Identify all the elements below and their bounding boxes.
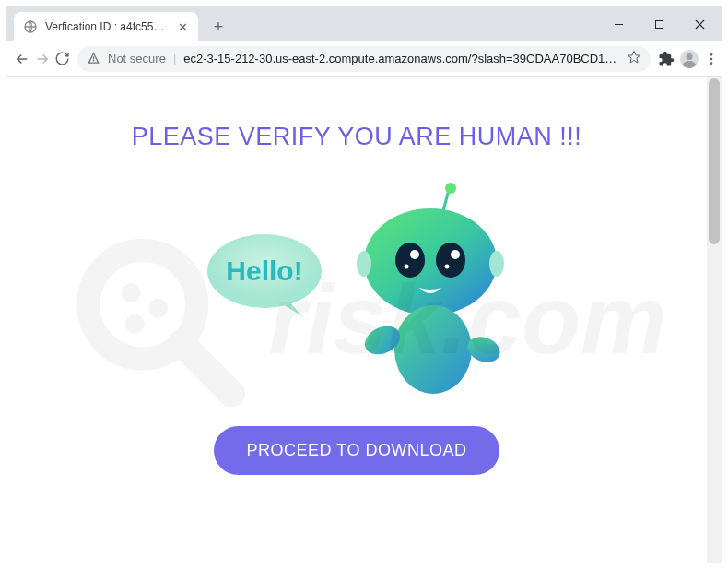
- minimize-button[interactable]: [598, 10, 639, 38]
- window-titlebar: Verfication ID : a4fc552197d13d5 ✕ +: [6, 6, 722, 41]
- browser-toolbar: Not secure | ec2-3-15-212-30.us-east-2.c…: [6, 41, 722, 77]
- browser-tab[interactable]: Verfication ID : a4fc552197d13d5 ✕: [14, 12, 198, 41]
- svg-point-17: [451, 250, 460, 259]
- outer-frame: Verfication ID : a4fc552197d13d5 ✕ +: [0, 0, 728, 569]
- svg-point-18: [405, 265, 409, 269]
- svg-point-7: [710, 53, 713, 56]
- robot-illustration: Hello!: [200, 179, 513, 409]
- page-content: PLEASE VERIFY YOU ARE HUMAN !!! Hello!: [6, 77, 722, 563]
- profile-button[interactable]: [678, 45, 700, 73]
- page-body: PLEASE VERIFY YOU ARE HUMAN !!! Hello!: [6, 77, 707, 563]
- scrollbar-thumb[interactable]: [709, 78, 720, 244]
- window-controls: [598, 6, 720, 41]
- close-window-button[interactable]: [679, 10, 720, 38]
- url-text: ec2-3-15-212-30.us-east-2.compute.amazon…: [183, 52, 619, 65]
- reload-button[interactable]: [54, 45, 70, 73]
- globe-icon: [23, 19, 38, 34]
- svg-point-9: [710, 62, 713, 65]
- speech-text: Hello!: [226, 255, 302, 286]
- close-tab-icon[interactable]: ✕: [176, 20, 189, 33]
- proceed-button[interactable]: PROCEED TO DOWNLOAD: [214, 426, 500, 475]
- speech-bubble-icon: Hello!: [200, 230, 338, 336]
- svg-point-22: [394, 305, 472, 394]
- svg-point-6: [687, 53, 693, 60]
- forward-button[interactable]: [34, 45, 51, 73]
- bookmark-star-icon[interactable]: [627, 50, 641, 67]
- extensions-button[interactable]: [658, 45, 675, 73]
- svg-point-8: [710, 57, 713, 60]
- svg-point-14: [395, 243, 425, 278]
- svg-point-15: [436, 243, 465, 278]
- robot-icon: [338, 179, 513, 400]
- page-heading: PLEASE VERIFY YOU ARE HUMAN !!!: [132, 123, 582, 151]
- svg-point-12: [445, 183, 456, 194]
- svg-point-19: [445, 265, 450, 269]
- svg-rect-2: [655, 20, 663, 28]
- svg-point-21: [489, 251, 504, 277]
- tab-title: Verfication ID : a4fc552197d13d5: [45, 20, 169, 33]
- menu-button[interactable]: [704, 45, 719, 73]
- browser-window: Verfication ID : a4fc552197d13d5 ✕ +: [6, 6, 722, 563]
- security-label: Not secure: [108, 52, 166, 65]
- back-button[interactable]: [14, 45, 30, 73]
- new-tab-button[interactable]: +: [205, 14, 231, 40]
- separator: |: [173, 52, 176, 65]
- insecure-icon: [87, 51, 100, 67]
- address-bar[interactable]: Not secure | ec2-3-15-212-30.us-east-2.c…: [77, 46, 651, 72]
- scrollbar-track[interactable]: [707, 77, 722, 563]
- svg-point-16: [410, 250, 419, 259]
- svg-point-13: [364, 208, 497, 315]
- maximize-button[interactable]: [639, 10, 679, 38]
- svg-point-20: [357, 251, 371, 277]
